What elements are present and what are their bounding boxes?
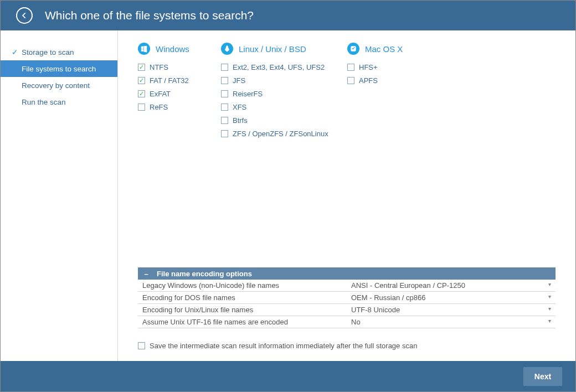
encoding-row-value[interactable]: UTF-8 Unicode (347, 304, 556, 316)
fs-option-label: ZFS / OpenZFS / ZFSonLinux (233, 130, 328, 138)
fs-option-label: HFS+ (359, 63, 378, 71)
fs-option-label: ReiserFS (233, 90, 263, 98)
save-intermediate-label: Save the intermediate scan result inform… (150, 342, 417, 350)
encoding-row-value[interactable]: ANSI - Central European / CP-1250 (347, 280, 556, 292)
encoding-row: Legacy Windows (non-Unicode) file namesA… (138, 280, 556, 292)
fs-checkbox[interactable] (221, 90, 228, 97)
sidebar-item-label: Recovery by content (22, 81, 90, 90)
collapse-icon[interactable]: – (142, 270, 150, 278)
encoding-table: Legacy Windows (non-Unicode) file namesA… (138, 280, 556, 328)
fs-checkbox[interactable] (221, 104, 228, 111)
next-button[interactable]: Next (523, 367, 562, 386)
fs-checkbox[interactable] (347, 64, 354, 71)
encoding-panel: – File name encoding options Legacy Wind… (138, 267, 556, 328)
back-button[interactable] (16, 7, 33, 24)
sidebar-item-step-1[interactable]: File systems to search (1, 60, 117, 77)
fs-checkbox[interactable] (138, 104, 145, 111)
fs-checkbox[interactable] (221, 117, 228, 124)
linux-icon (221, 43, 233, 55)
fs-option-label: FAT / FAT32 (150, 76, 189, 85)
sidebar-item-label: Run the scan (22, 98, 66, 106)
fs-group-label: Linux / Unix / BSD (239, 44, 306, 54)
fs-option[interactable]: ReFS (138, 101, 221, 112)
wizard-sidebar: Storage to scanFile systems to searchRec… (1, 30, 118, 361)
fs-option[interactable]: ReiserFS (221, 88, 347, 99)
fs-option-label: JFS (233, 76, 245, 85)
fs-group-label: Mac OS X (365, 44, 403, 54)
sidebar-item-step-3[interactable]: Run the scan (1, 94, 117, 110)
fs-checkbox[interactable] (221, 77, 228, 84)
sidebar-item-label: File systems to search (22, 65, 96, 73)
fs-checkbox[interactable] (347, 77, 354, 84)
save-intermediate-checkbox[interactable] (138, 342, 145, 349)
fs-option[interactable]: XFS (221, 101, 347, 112)
fs-option[interactable]: FAT / FAT32 (138, 75, 221, 86)
encoding-panel-title: File name encoding options (157, 270, 252, 278)
encoding-row-label: Legacy Windows (non-Unicode) file names (138, 280, 347, 292)
fs-group-windows: WindowsNTFSFAT / FAT32ExFATReFS (138, 43, 221, 139)
fs-group-header: Linux / Unix / BSD (221, 43, 347, 55)
fs-option-label: NTFS (150, 63, 168, 71)
encoding-row: Encoding for Unix/Linux file namesUTF-8 … (138, 304, 556, 316)
fs-option[interactable]: JFS (221, 75, 347, 86)
fs-option[interactable]: ZFS / OpenZFS / ZFSonLinux (221, 128, 347, 139)
save-intermediate-row[interactable]: Save the intermediate scan result inform… (138, 342, 556, 350)
fs-option[interactable]: ExFAT (138, 88, 221, 99)
encoding-row-value[interactable]: OEM - Russian / cp866 (347, 292, 556, 304)
fs-option[interactable]: NTFS (138, 61, 221, 73)
fs-group-header: Mac OS X (347, 43, 430, 55)
fs-group-mac: Mac OS XHFS+APFS (347, 43, 430, 139)
fs-checkbox[interactable] (138, 77, 145, 84)
wizard-header: Which one of the file systems to search? (1, 1, 575, 30)
encoding-row: Encoding for DOS file namesOEM - Russian… (138, 292, 556, 304)
encoding-row-label: Encoding for DOS file names (138, 292, 347, 304)
fs-option[interactable]: APFS (347, 75, 430, 86)
fs-group-header: Windows (138, 43, 221, 55)
fs-checkbox[interactable] (221, 64, 228, 71)
fs-group-label: Windows (156, 44, 189, 54)
fs-checkbox[interactable] (138, 64, 145, 71)
fs-option-label: ReFS (150, 103, 168, 111)
mac-icon (347, 43, 359, 55)
fs-checkbox[interactable] (138, 90, 145, 97)
fs-option-label: XFS (233, 103, 246, 111)
encoding-row: Assume Unix UTF-16 file names are encode… (138, 316, 556, 328)
encoding-row-label: Encoding for Unix/Linux file names (138, 304, 347, 316)
sidebar-item-step-0[interactable]: Storage to scan (1, 44, 117, 60)
encoding-row-label: Assume Unix UTF-16 file names are encode… (138, 316, 347, 328)
fs-option-label: Btrfs (233, 116, 248, 125)
fs-option-label: Ext2, Ext3, Ext4, UFS, UFS2 (233, 63, 325, 71)
fs-option-label: APFS (359, 76, 378, 85)
encoding-row-value[interactable]: No (347, 316, 556, 328)
sidebar-item-label: Storage to scan (22, 48, 74, 56)
encoding-panel-header[interactable]: – File name encoding options (138, 267, 556, 280)
arrow-left-icon (20, 12, 28, 19)
wizard-footer: Next (1, 361, 575, 391)
sidebar-item-step-2[interactable]: Recovery by content (1, 77, 117, 94)
fs-option-label: ExFAT (150, 90, 171, 98)
windows-icon (138, 43, 150, 55)
fs-checkbox[interactable] (221, 130, 228, 137)
fs-option[interactable]: Ext2, Ext3, Ext4, UFS, UFS2 (221, 61, 347, 73)
fs-option[interactable]: Btrfs (221, 115, 347, 126)
fs-group-linux: Linux / Unix / BSDExt2, Ext3, Ext4, UFS,… (221, 43, 347, 139)
page-title: Which one of the file systems to search? (45, 9, 254, 22)
fs-option[interactable]: HFS+ (347, 61, 430, 73)
main-panel: WindowsNTFSFAT / FAT32ExFATReFSLinux / U… (118, 30, 575, 361)
